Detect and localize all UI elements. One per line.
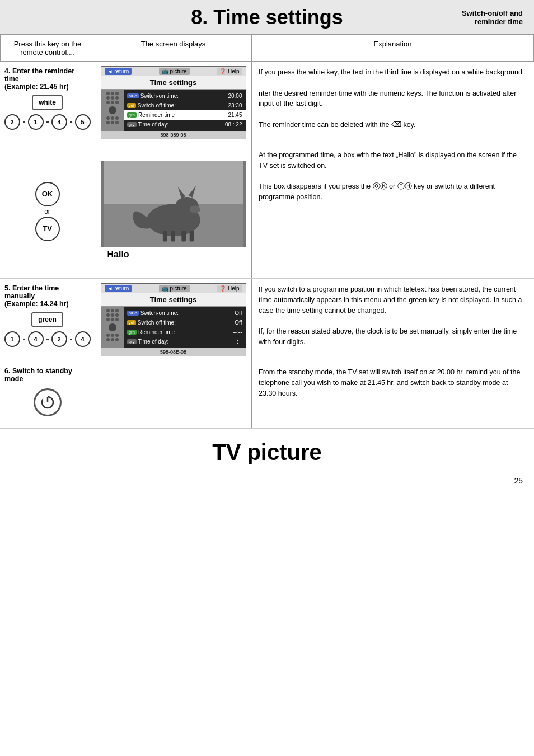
svg-rect-10 [181, 231, 186, 241]
standby-button[interactable] [34, 388, 62, 416]
section5-explanation-p2: If, for the reason stated above, the clo… [259, 326, 527, 348]
fox-image-svg [101, 161, 246, 247]
section5-explanation-p1: If you switch to a programme position in… [259, 284, 527, 316]
hallo-text-box: Hallo [101, 247, 246, 262]
tv-topbar-section5: ◄ return 📺 picture ❓ Help [101, 284, 246, 293]
section4-row: 4. Enter the reminder time (Example: 21.… [0, 62, 534, 144]
section4-explanation-p2: nter the desired reminder time with the … [259, 88, 527, 110]
tv-picture-btn-5[interactable]: 📺 picture [159, 285, 190, 292]
menu-item-timeofday: gry Time of day: 08 : 22 [124, 120, 246, 129]
svg-rect-1 [104, 161, 243, 204]
col-header-right: Explanation [252, 35, 534, 61]
btn-4c[interactable]: 4 [75, 331, 91, 347]
tv-menu-title-section5: Time settings [101, 293, 246, 307]
mini-row5 [106, 121, 119, 124]
mini-dot8 [111, 101, 114, 104]
mini-nav-inner [109, 106, 116, 114]
mini-row3 [106, 101, 119, 104]
dash3b [70, 339, 72, 340]
svg-rect-11 [189, 231, 194, 241]
section4-left: 4. Enter the reminder time (Example: 21.… [0, 62, 95, 144]
mini-dot15 [115, 121, 119, 124]
tv-picture-btn[interactable]: 📺 picture [159, 68, 190, 75]
tv-screen-section5: ◄ return 📺 picture ❓ Help Time settings [101, 283, 246, 356]
hallo-container: Hallo [101, 161, 246, 262]
standby-icon [40, 395, 55, 410]
section5-mid: ◄ return 📺 picture ❓ Help Time settings [95, 279, 252, 361]
section5-heading: 5. Enter the time manually (Example: 14.… [4, 284, 90, 308]
section-ok-left: OK or TV [0, 144, 95, 278]
menu-item-switchon-5: blue Switch-on time: Off [124, 308, 246, 318]
mini-dot2 [111, 92, 114, 95]
tv-help-btn[interactable]: ❓ Help [217, 68, 242, 75]
white-button[interactable]: white [32, 95, 63, 110]
section-ok-mid: Hallo [95, 144, 252, 278]
btn-4[interactable]: 4 [51, 114, 67, 130]
section6-mid [95, 361, 252, 428]
mini-row1 [106, 92, 119, 95]
section6-heading: 6. Switch to standby mode [4, 367, 90, 383]
menu-item-timeofday-5: gry Time of day: --:-- [124, 337, 246, 346]
col-header-left: Press this key on the remote control.... [0, 35, 95, 61]
svg-rect-8 [162, 231, 167, 241]
page-title: 8. Time settings [101, 6, 433, 29]
menu-item-reminder-5: grn Reminder time --:-- [124, 327, 246, 337]
tv-button[interactable]: TV [35, 217, 60, 241]
mini-dot5 [111, 96, 114, 100]
dash2b [46, 339, 49, 340]
number-buttons-row: 2 1 4 5 [4, 114, 91, 130]
section4-explanation-p1: If you press the white key, the text in … [259, 67, 527, 78]
tv-help-btn-5[interactable]: ❓ Help [217, 285, 242, 292]
btn-1b[interactable]: 1 [4, 331, 20, 347]
page-footer: 25 [0, 471, 534, 491]
mini-dot14 [111, 121, 114, 124]
tv-menu-items-section5: blue Switch-on time: Off yel Switch-off … [124, 307, 246, 348]
mini-dot12 [115, 116, 119, 120]
svg-point-7 [189, 205, 200, 213]
section6-explanation: From the standby mode, the TV set will s… [259, 367, 527, 398]
section4-heading: 4. Enter the reminder time (Example: 21.… [4, 67, 90, 91]
btn-4b[interactable]: 4 [28, 331, 44, 347]
section6-row: 6. Switch to standby mode From the stand… [0, 361, 534, 429]
menu-item-switchoff: yel Switch-off time: 23:30 [124, 101, 246, 110]
section4-mid: ◄ return 📺 picture ❓ Help Time settings [95, 62, 252, 144]
tv-return-btn[interactable]: ◄ return [105, 68, 132, 75]
section6-left: 6. Switch to standby mode [0, 361, 95, 428]
btn-2[interactable]: 2 [4, 114, 20, 130]
mini-row4 [106, 116, 119, 120]
section4-remote: white 2 1 4 5 [4, 95, 90, 132]
mini-dot13 [106, 121, 110, 124]
ok-button[interactable]: OK [35, 182, 60, 206]
page-number: 25 [514, 476, 523, 485]
svg-rect-9 [171, 231, 175, 241]
mini-dot10 [106, 116, 110, 120]
section-ok-explanation-p1: At the programmed time, a box with the t… [259, 150, 527, 171]
btn-5[interactable]: 5 [75, 114, 91, 130]
or-text: or [44, 208, 50, 215]
page-subtitle: Switch-on/off and reminder time [433, 6, 523, 26]
section6-right: From the standby mode, the TV set will s… [252, 361, 534, 428]
tv-serial-section4: 598-089-08 [101, 131, 246, 139]
mini-nav [109, 106, 116, 114]
tv-return-btn-5[interactable]: ◄ return [105, 285, 132, 292]
btn-2b[interactable]: 2 [51, 331, 67, 347]
tv-remote-mini [101, 90, 124, 131]
dash1 [23, 121, 25, 123]
dash3 [70, 121, 72, 123]
mini-row2 [106, 96, 119, 100]
section5-row: 5. Enter the time manually (Example: 14.… [0, 279, 534, 361]
btn-1[interactable]: 1 [28, 114, 44, 130]
col-header-middle: The screen displays [95, 35, 252, 61]
menu-item-reminder: grn Reminder time 21:45 [124, 110, 246, 120]
section4-explanation-p3: The reminder time can be deleted with th… [259, 120, 527, 130]
menu-item-switchoff-5: yel Switch-off time: Off [124, 318, 246, 327]
tv-remote-mini-5 [101, 307, 124, 348]
dash2 [46, 121, 49, 123]
mini-dot4 [106, 96, 110, 100]
tv-menu-body-section4: blue Switch-on time: 20:00 yel Switch-of… [101, 90, 246, 131]
green-button[interactable]: green [31, 312, 63, 327]
menu-item-switchon: blue Switch-on time: 20:00 [124, 91, 246, 101]
section5-left: 5. Enter the time manually (Example: 14.… [0, 279, 95, 361]
tv-menu-items-section4: blue Switch-on time: 20:00 yel Switch-of… [124, 90, 246, 131]
section-ok-row: OK or TV [0, 144, 534, 279]
